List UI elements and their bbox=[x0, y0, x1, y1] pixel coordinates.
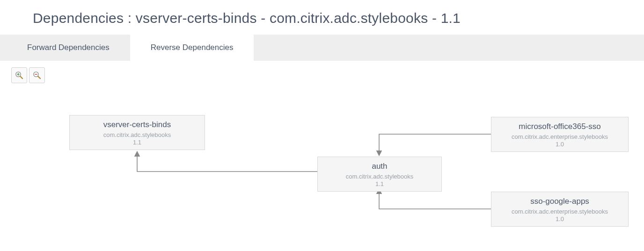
node-namespace: com.citrix.adc.enterprise.stylebooks bbox=[495, 208, 624, 215]
zoom-in-button[interactable] bbox=[11, 67, 27, 83]
zoom-out-button[interactable] bbox=[29, 67, 45, 83]
zoom-out-icon bbox=[32, 71, 42, 80]
tabs-bar: Forward Dependencies Reverse Dependencie… bbox=[0, 35, 644, 61]
node-namespace: com.citrix.adc.enterprise.stylebooks bbox=[495, 133, 624, 141]
node-version: 1.1 bbox=[73, 139, 201, 146]
node-title: sso-google-apps bbox=[495, 197, 624, 206]
node-namespace: com.citrix.adc.stylebooks bbox=[322, 173, 438, 180]
node-title: microsoft-office365-sso bbox=[495, 122, 624, 131]
node-title: vserver-certs-binds bbox=[73, 120, 201, 129]
node-vserver-certs-binds[interactable]: vserver-certs-binds com.citrix.adc.style… bbox=[69, 115, 205, 150]
node-namespace: com.citrix.adc.stylebooks bbox=[73, 131, 201, 139]
node-version: 1.0 bbox=[495, 215, 624, 222]
toolbar bbox=[0, 61, 644, 83]
svg-line-5 bbox=[38, 76, 40, 79]
node-version: 1.1 bbox=[322, 180, 438, 187]
page-title: Dependencies : vserver-certs-binds - com… bbox=[0, 0, 644, 35]
tab-reverse-dependencies[interactable]: Reverse Dependencies bbox=[130, 35, 254, 61]
tab-forward-dependencies[interactable]: Forward Dependencies bbox=[7, 35, 130, 61]
node-version: 1.0 bbox=[495, 141, 624, 148]
node-microsoft-office365-sso[interactable]: microsoft-office365-sso com.citrix.adc.e… bbox=[491, 117, 629, 152]
zoom-in-icon bbox=[15, 71, 24, 80]
svg-line-1 bbox=[20, 76, 22, 79]
node-auth[interactable]: auth com.citrix.adc.stylebooks 1.1 bbox=[317, 157, 442, 192]
node-title: auth bbox=[322, 162, 438, 171]
node-sso-google-apps[interactable]: sso-google-apps com.citrix.adc.enterpris… bbox=[491, 192, 629, 227]
